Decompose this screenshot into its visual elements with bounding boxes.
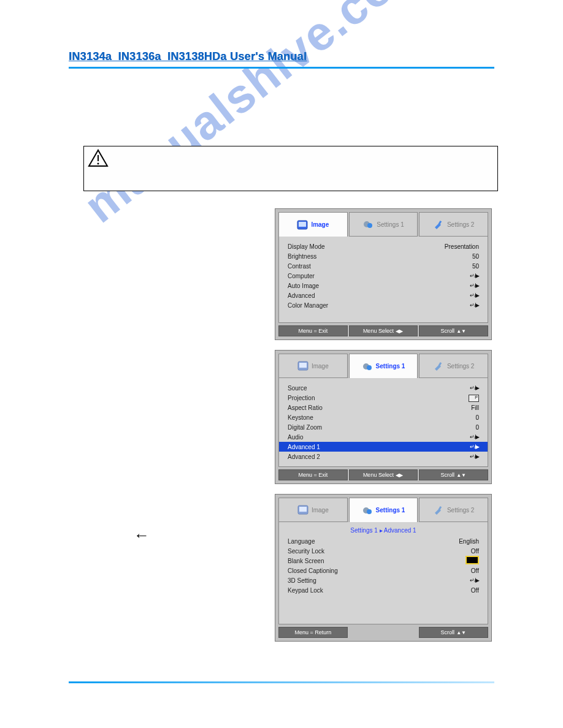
- row-label: Display Mode: [288, 243, 325, 250]
- document-title: IN3134a_IN3136a_IN3138HDa User's Manual: [69, 50, 307, 63]
- row-value: ↵/▶: [470, 385, 479, 391]
- osd-screen-settings1: Image Settings 1 Settings 2 Source↵/▶: [275, 350, 492, 484]
- menu-row: Brightness50: [285, 251, 481, 261]
- row-label: Advanced 2: [288, 453, 320, 460]
- row-value: Off: [471, 548, 479, 555]
- menu-row: Digital Zoom0: [285, 422, 481, 432]
- svg-point-6: [367, 223, 372, 228]
- row-label: Keystone: [288, 414, 313, 421]
- row-label: Blank Screen: [288, 558, 324, 564]
- menu-row: Keystone0: [285, 412, 481, 422]
- row-label: Auto Image: [288, 282, 319, 289]
- tab-image[interactable]: Image: [278, 212, 348, 237]
- menu-row: Closed CaptioningOff: [285, 566, 481, 575]
- menu-row: Audio↵/▶: [285, 432, 481, 442]
- row-label: Digital Zoom: [288, 424, 322, 431]
- svg-rect-4: [299, 222, 306, 227]
- menu-row: Security LockOff: [285, 546, 481, 556]
- tab-image[interactable]: Image: [278, 354, 348, 378]
- footer-spacer: [349, 627, 418, 638]
- enter-arrow-icon: ←: [134, 526, 150, 545]
- row-label: Contrast: [288, 263, 311, 270]
- tab-image[interactable]: Image: [278, 498, 348, 522]
- row-value: P: [469, 393, 479, 402]
- osd-screen-advanced1: Image Settings 1 Settings 2 Settings 1 ▸…: [275, 494, 492, 642]
- tab-settings2[interactable]: Settings 2: [419, 212, 488, 237]
- row-label: Advanced 1: [288, 444, 320, 450]
- svg-point-2: [98, 163, 99, 165]
- row-label: Projection: [288, 395, 315, 401]
- row-value: ↵/▶: [470, 292, 479, 298]
- row-value: ↵/▶: [470, 577, 479, 583]
- row-value: Presentation: [445, 243, 479, 250]
- menu-row: 3D Setting↵/▶: [285, 575, 481, 585]
- menu-row: Computer↵/▶: [285, 271, 481, 281]
- tab-settings2[interactable]: Settings 2: [419, 354, 488, 378]
- menu-row: Blank Screen: [285, 556, 481, 566]
- tab-settings2-label: Settings 2: [447, 221, 474, 228]
- row-label: Audio: [288, 434, 304, 441]
- breadcrumb: Settings 1 ▸ Advanced 1: [285, 527, 481, 536]
- row-label: Source: [288, 385, 307, 392]
- menu-row: Advanced 2↵/▶: [285, 452, 481, 461]
- tab-image-label: Image: [312, 363, 329, 370]
- osd-panel: Display ModePresentation Brightness50 Co…: [278, 237, 488, 323]
- row-value: 50: [472, 263, 479, 270]
- tab-settings2-label: Settings 2: [447, 507, 474, 514]
- image-icon: [297, 361, 308, 371]
- tab-image-label: Image: [311, 221, 329, 228]
- menu-row: LanguageEnglish: [285, 536, 481, 546]
- menu-row: Display ModePresentation: [285, 241, 481, 251]
- gear-icon: [362, 362, 373, 371]
- projection-icon: P: [469, 395, 479, 402]
- row-label: Keypad Lock: [288, 587, 323, 594]
- tools-icon: [433, 361, 444, 371]
- tab-settings1[interactable]: Settings 1: [349, 354, 418, 378]
- footer-menu-exit[interactable]: Menu = Exit: [278, 325, 348, 336]
- svg-point-11: [367, 365, 372, 370]
- row-label: Computer: [288, 273, 315, 279]
- tab-settings1[interactable]: Settings 1: [349, 498, 418, 522]
- tab-settings1[interactable]: Settings 1: [349, 212, 418, 237]
- warning-icon: [88, 149, 109, 170]
- osd-panel: Settings 1 ▸ Advanced 1 LanguageEnglish …: [278, 522, 488, 624]
- svg-rect-14: [299, 507, 307, 512]
- footer-menu-return[interactable]: Menu = Return: [278, 627, 348, 638]
- footer-menu-select[interactable]: Menu Select ◀▶: [349, 469, 418, 480]
- menu-row: Contrast50: [285, 261, 481, 271]
- row-label: 3D Setting: [288, 577, 316, 584]
- row-value: ↵/▶: [470, 453, 479, 460]
- footer-scroll[interactable]: Scroll ▲▼: [419, 627, 488, 638]
- menu-row-selected[interactable]: Advanced 1↵/▶: [279, 442, 488, 452]
- image-icon: [297, 505, 308, 515]
- svg-rect-9: [299, 363, 307, 368]
- row-label: Color Manager: [288, 302, 328, 309]
- header-rule: [69, 67, 494, 69]
- osd-screen-image: Image Settings 1 Settings 2 Display Mode…: [275, 208, 492, 340]
- footer-menu-exit[interactable]: Menu = Exit: [278, 469, 348, 480]
- menu-row: ProjectionP: [285, 393, 481, 403]
- row-label: Aspect Ratio: [288, 404, 323, 411]
- tab-settings1-label: Settings 1: [376, 363, 405, 370]
- row-value: 0: [475, 414, 479, 421]
- footer-scroll[interactable]: Scroll ▲▼: [419, 325, 488, 336]
- row-value: [465, 556, 479, 566]
- footer-menu-select[interactable]: Menu Select ◀▶: [349, 325, 418, 336]
- tab-image-label: Image: [312, 507, 329, 514]
- row-label: Advanced: [288, 292, 315, 299]
- menu-row: Source↵/▶: [285, 383, 481, 393]
- row-value: English: [459, 538, 479, 545]
- row-label: Brightness: [288, 253, 316, 260]
- row-value: ↵/▶: [470, 444, 479, 450]
- tab-settings1-label: Settings 1: [376, 507, 405, 514]
- footer-scroll[interactable]: Scroll ▲▼: [419, 469, 488, 480]
- menu-row: Advanced↵/▶: [285, 290, 481, 300]
- row-value: ↵/▶: [470, 434, 479, 440]
- footer-rule: [69, 681, 494, 683]
- row-value: ↵/▶: [470, 302, 479, 308]
- row-label: Security Lock: [288, 548, 324, 555]
- tab-settings2[interactable]: Settings 2: [419, 498, 488, 522]
- menu-row: Auto Image↵/▶: [285, 281, 481, 290]
- tools-icon: [433, 219, 444, 229]
- menu-row: Aspect RatioFill: [285, 403, 481, 412]
